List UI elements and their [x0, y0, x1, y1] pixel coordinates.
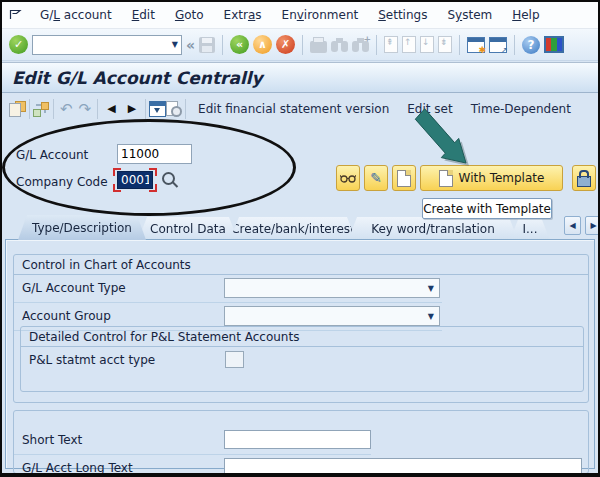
tab-key-word-translation[interactable]: Key word/translation	[348, 217, 518, 240]
tooltip: Create with Template	[422, 198, 552, 219]
menu-help[interactable]: Help	[502, 4, 549, 26]
edit-set-button[interactable]: Edit set	[398, 98, 461, 120]
gl-acct-long-text-label: G/L Acct Long Text	[22, 461, 133, 475]
chevron-down-icon: ▼	[428, 284, 434, 293]
menu-settings[interactable]: Settings	[368, 4, 437, 26]
gl-acct-long-text-input[interactable]	[224, 458, 582, 477]
menu-gl-account[interactable]: G/L account	[30, 4, 122, 26]
next-account-icon[interactable]: ▶	[122, 102, 142, 115]
block-icon[interactable]	[149, 101, 166, 117]
toolbar-separator	[185, 99, 186, 119]
create-button[interactable]	[392, 165, 416, 191]
company-code-input[interactable]	[117, 171, 153, 189]
redo-icon[interactable]: ↷	[76, 100, 95, 118]
back-icon[interactable]: «	[230, 35, 249, 54]
system-menu-icon[interactable]	[9, 8, 24, 23]
tab-scroll-right-button[interactable]: ▶	[585, 216, 600, 235]
tab-scroll-left-button[interactable]: ◀	[564, 216, 581, 235]
edit-financial-statement-version-button[interactable]: Edit financial statement version	[189, 98, 398, 120]
copy-object-icon[interactable]	[9, 101, 26, 117]
chevron-right-icon: ▶	[590, 221, 596, 230]
display-button[interactable]	[336, 165, 360, 191]
glasses-icon	[340, 173, 356, 183]
group-title: Control in Chart of Accounts	[14, 255, 588, 275]
field-row: Short Text	[14, 427, 371, 455]
search-icon[interactable]	[162, 172, 175, 185]
chevron-left-icon: ◀	[569, 221, 575, 230]
new-session-icon[interactable]: ✱	[467, 37, 485, 53]
account-group-dropdown[interactable]: ▼	[224, 306, 440, 326]
short-text-input[interactable]	[224, 430, 371, 449]
toolbar-separator	[29, 99, 30, 119]
enter-check-icon[interactable]: ✓	[9, 35, 28, 54]
next-page-icon[interactable]: ↓	[420, 36, 434, 53]
tab-information[interactable]: I...	[510, 217, 550, 240]
tab-create-bank-interest[interactable]: Create/bank/interest	[230, 217, 356, 240]
pencil-icon: ✎	[370, 170, 382, 186]
pl-statmt-acct-type-input[interactable]	[225, 351, 244, 368]
toolbar-separator	[376, 35, 377, 55]
application-toolbar: ↶ ↷ ◀ ▶ Edit financial statement version…	[2, 92, 598, 125]
customize-layout-icon[interactable]	[544, 36, 564, 53]
menu-goto[interactable]: Goto	[165, 4, 214, 26]
display-changes-icon[interactable]	[166, 101, 182, 117]
tab-content-panel: Control in Chart of Accounts G/L Account…	[5, 239, 595, 469]
find-icon[interactable]	[331, 37, 348, 52]
change-button[interactable]: ✎	[364, 165, 388, 191]
standard-toolbar: ✓ ▼ « « ∧ ✗ + ⇞ ↑ ↓ ⇟ ✱ ↗ ?	[2, 29, 598, 61]
find-next-icon[interactable]: +	[352, 37, 369, 52]
toolbar-separator	[459, 35, 460, 55]
gl-account-label: G/L Account	[16, 148, 88, 162]
account-group-label: Account Group	[22, 309, 111, 323]
group-title: Detailed Control for P&L Statement Accou…	[21, 327, 583, 347]
menu-extras[interactable]: Extras	[214, 4, 272, 26]
field-row: G/L Acct Long Text	[14, 455, 588, 477]
gl-account-type-label: G/L Account Type	[22, 281, 126, 295]
collapse-toolbar-icon[interactable]: «	[186, 37, 195, 53]
group-detailed-control-pl: Detailed Control for P&L Statement Accou…	[20, 326, 584, 392]
menu-system[interactable]: System	[437, 4, 502, 26]
menu-bar: G/L account Edit Goto Extras Environment…	[2, 2, 598, 29]
tab-control-data[interactable]: Control Data	[138, 217, 238, 240]
command-input[interactable]	[33, 37, 169, 53]
cancel-icon[interactable]: ✗	[276, 35, 295, 54]
exit-icon[interactable]: ∧	[253, 35, 272, 54]
help-icon[interactable]: ?	[522, 36, 540, 54]
gl-account-type-dropdown[interactable]: ▼	[224, 278, 440, 298]
pl-statmt-acct-type-label: P&L statmt acct type	[29, 353, 155, 367]
short-text-label: Short Text	[22, 433, 82, 447]
first-page-icon[interactable]: ⇞	[384, 36, 398, 53]
toolbar-separator	[514, 35, 515, 55]
lock-button[interactable]	[572, 165, 596, 191]
previous-page-icon[interactable]: ↑	[402, 36, 416, 53]
command-dropdown-icon[interactable]: ▼	[169, 40, 181, 49]
focus-corner	[149, 168, 157, 176]
related-objects-icon[interactable]	[33, 101, 50, 117]
company-code-field-focus	[113, 168, 159, 192]
toolbar-separator	[222, 35, 223, 55]
toolbar-separator	[53, 99, 54, 119]
field-row: P&L statmt acct type	[21, 347, 583, 374]
menu-edit[interactable]: Edit	[122, 4, 165, 26]
time-dependent-button[interactable]: Time-Dependent	[462, 98, 580, 120]
lock-icon	[577, 176, 591, 187]
focus-corner	[113, 168, 121, 176]
screen-title: Edit G/L Account Centrally	[2, 62, 598, 93]
blank-document-icon	[397, 170, 411, 187]
toolbar-separator	[97, 99, 98, 119]
focus-corner	[113, 184, 121, 192]
undo-icon[interactable]: ↶	[57, 100, 76, 118]
document-icon	[439, 170, 453, 187]
print-icon[interactable]	[310, 41, 327, 53]
command-field[interactable]: ▼	[32, 35, 182, 55]
with-template-button[interactable]: With Template	[420, 165, 563, 191]
previous-account-icon[interactable]: ◀	[101, 102, 121, 115]
save-icon[interactable]	[199, 37, 215, 53]
menu-environment[interactable]: Environment	[272, 4, 369, 26]
field-row: G/L Account Type ▼	[14, 275, 442, 303]
create-shortcut-icon[interactable]: ↗	[489, 37, 507, 53]
gl-account-input[interactable]	[117, 144, 192, 164]
last-page-icon[interactable]: ⇟	[438, 36, 452, 53]
toolbar-separator	[145, 99, 146, 119]
tab-type-description[interactable]: Type/Description	[18, 215, 146, 240]
